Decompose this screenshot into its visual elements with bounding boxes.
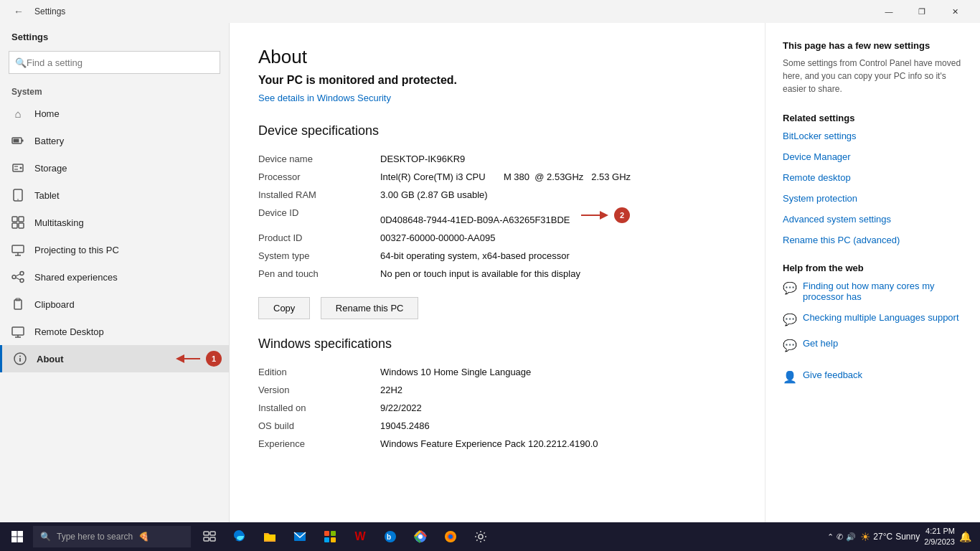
winspec-label-edition: Edition xyxy=(258,363,380,381)
search-input[interactable] xyxy=(27,57,214,68)
sidebar-item-clipboard[interactable]: Clipboard xyxy=(0,291,229,318)
windows-specs-table: Edition Windows 10 Home Single Language … xyxy=(258,363,736,453)
windows-specs-title: Windows specifications xyxy=(258,336,736,352)
svg-point-8 xyxy=(17,199,19,200)
svg-point-51 xyxy=(479,534,483,539)
related-settings-title: Related settings xyxy=(783,113,963,123)
svg-rect-33 xyxy=(11,537,17,543)
home-icon: ⌂ xyxy=(11,107,24,120)
taskbar-apps: W b xyxy=(195,522,495,551)
spec-row-device-name: Device name DESKTOP-IK96KR9 xyxy=(258,150,736,168)
sidebar-label-battery: Battery xyxy=(34,136,64,146)
network-icon[interactable]: ✆ xyxy=(837,532,843,542)
annotation-2-container: 2 xyxy=(578,207,630,223)
svg-point-17 xyxy=(20,272,24,276)
temperature: 27°C xyxy=(873,532,892,542)
chevron-up-icon[interactable]: ⌃ xyxy=(827,532,834,542)
advanced-system-link[interactable]: Advanced system settings xyxy=(783,214,963,225)
sidebar-item-projecting[interactable]: Projecting to this PC xyxy=(0,236,229,263)
cores-link[interactable]: Finding out how many cores my processor … xyxy=(803,281,963,302)
minimize-button[interactable]: — xyxy=(872,0,905,23)
svg-rect-40 xyxy=(324,531,329,536)
explorer-button[interactable] xyxy=(255,522,284,551)
winspec-label-osbuild: OS build xyxy=(258,417,380,435)
sidebar-label-clipboard: Clipboard xyxy=(34,299,75,310)
device-manager-link[interactable]: Device Manager xyxy=(783,151,963,162)
projecting-icon xyxy=(11,243,24,256)
maximize-button[interactable]: ❐ xyxy=(905,0,938,23)
volume-icon[interactable]: 🔊 xyxy=(846,532,856,542)
taskbar-search-text: Type here to search xyxy=(57,532,133,542)
sidebar-item-multitasking[interactable]: Multitasking xyxy=(0,209,229,236)
spec-row-pen-touch: Pen and touch No pen or touch input is a… xyxy=(258,265,736,283)
sidebar-label-projecting: Projecting to this PC xyxy=(34,245,119,255)
notification-icon[interactable]: 🔔 xyxy=(959,531,971,542)
sidebar-item-about[interactable]: About 1 xyxy=(0,345,229,372)
annotation-badge-2: 2 xyxy=(614,207,630,223)
sidebar-item-shared[interactable]: Shared experiences xyxy=(0,263,229,291)
store-button[interactable] xyxy=(316,522,344,551)
taskbar-search-box[interactable]: 🔍 Type here to search 🍕 xyxy=(33,526,191,547)
sidebar-label-storage: Storage xyxy=(34,163,67,174)
winspec-value-experience: Windows Feature Experience Pack 120.2212… xyxy=(380,435,736,453)
sidebar-item-tablet[interactable]: Tablet xyxy=(0,182,229,209)
winspec-row-edition: Edition Windows 10 Home Single Language xyxy=(258,363,736,381)
sidebar-item-remote[interactable]: Remote Desktop xyxy=(0,318,229,345)
rename-pc-link[interactable]: Rename this PC (advanced) xyxy=(783,235,963,245)
sidebar-item-storage[interactable]: Storage xyxy=(0,154,229,182)
search-box[interactable]: 🔍 xyxy=(9,51,220,74)
svg-rect-37 xyxy=(204,537,209,541)
sidebar-label-tablet: Tablet xyxy=(34,190,60,201)
annotation-badge-1: 1 xyxy=(206,351,222,367)
firefox-button[interactable] xyxy=(436,522,465,551)
bitlocker-link[interactable]: BitLocker settings xyxy=(783,131,963,141)
sidebar-item-home[interactable]: ⌂ Home xyxy=(0,100,229,127)
security-link[interactable]: See details in Windows Security xyxy=(258,93,391,103)
svg-rect-9 xyxy=(12,217,17,222)
get-help-link[interactable]: Get help xyxy=(803,338,838,349)
copy-button[interactable]: Copy xyxy=(258,297,310,319)
panel-info-title: This page has a few new settings xyxy=(783,40,963,51)
titlebar: ← Settings — ❐ ✕ xyxy=(0,0,980,23)
svg-rect-42 xyxy=(324,537,329,542)
edge-button[interactable] xyxy=(225,522,254,551)
system-protection-link[interactable]: System protection xyxy=(783,193,963,204)
get-help-icon: 💬 xyxy=(783,339,797,352)
svg-point-4 xyxy=(20,167,22,169)
winspec-value-edition: Windows 10 Home Single Language xyxy=(380,363,736,381)
sidebar-item-battery[interactable]: Battery xyxy=(0,127,229,154)
languages-link[interactable]: Checking multiple Languages support xyxy=(803,312,959,323)
chrome-button[interactable] xyxy=(406,522,435,551)
spec-label-device-name: Device name xyxy=(258,150,380,168)
rename-button[interactable]: Rename this PC xyxy=(321,297,419,319)
chat-icon-1: 💬 xyxy=(783,281,797,295)
svg-rect-11 xyxy=(12,223,17,228)
spec-row-system-type: System type 64-bit operating system, x64… xyxy=(258,247,736,265)
bing-button[interactable]: b xyxy=(376,522,405,551)
right-panel: This page has a few new settings Some se… xyxy=(765,23,980,522)
tablet-icon xyxy=(11,189,24,202)
sidebar-label-remote: Remote Desktop xyxy=(34,326,104,337)
weather-display[interactable]: ☀ 27°C Sunny xyxy=(860,530,920,544)
remote-desktop-link[interactable]: Remote desktop xyxy=(783,172,963,183)
spec-label-pen-touch: Pen and touch xyxy=(258,265,380,283)
help-title: Help from the web xyxy=(783,263,963,273)
spec-value-device-id: 0D408648-7944-41ED-B09A-A63265F31BDE 2 xyxy=(380,204,736,229)
clock[interactable]: 4:21 PM 2/9/2023 xyxy=(924,526,955,548)
storage-icon xyxy=(11,161,24,174)
winspec-value-version: 22H2 xyxy=(380,381,736,399)
give-feedback-link[interactable]: Give feedback xyxy=(803,369,862,380)
back-button[interactable]: ← xyxy=(9,1,29,22)
start-button[interactable] xyxy=(3,522,32,551)
svg-rect-21 xyxy=(14,300,22,309)
settings-button[interactable] xyxy=(466,522,495,551)
shared-icon xyxy=(11,270,24,283)
task-view-button[interactable] xyxy=(195,522,224,551)
mail-button[interactable] xyxy=(286,522,314,551)
app-w-button[interactable]: W xyxy=(346,522,374,551)
close-button[interactable]: ✕ xyxy=(938,0,971,23)
svg-rect-35 xyxy=(204,532,209,535)
spec-row-product-id: Product ID 00327-60000-00000-AA095 xyxy=(258,229,736,247)
sidebar: Settings 🔍 System ⌂ Home Battery Storage xyxy=(0,23,230,522)
svg-line-20 xyxy=(16,278,20,280)
